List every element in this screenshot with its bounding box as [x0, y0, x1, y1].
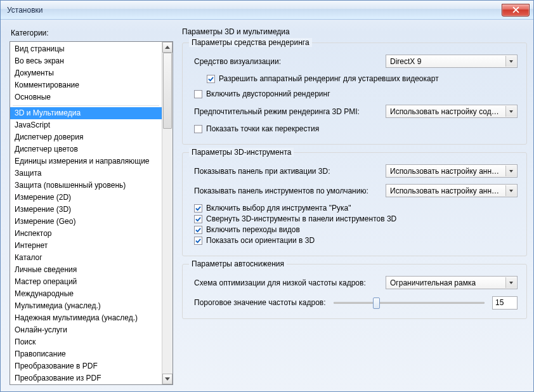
category-item[interactable]: 3D и Мультимедиа — [10, 107, 162, 119]
hand-select-checkbox-row[interactable]: Включить выбор для инструмента "Рука" — [194, 204, 518, 212]
two-sided-label: Включить двусторонний рендеринг — [206, 89, 330, 98]
category-item[interactable]: Преобразование из PDF — [10, 372, 162, 384]
category-item[interactable]: Интернет — [10, 240, 162, 252]
scheme-label: Схема оптимизации для низкой частоты кад… — [194, 278, 366, 287]
slider-thumb[interactable] — [373, 297, 380, 309]
category-item[interactable]: Инспектор — [10, 228, 162, 240]
axes-checkbox-row[interactable]: Показать оси ориентации в 3D — [194, 236, 518, 245]
two-sided-checkbox[interactable] — [194, 90, 202, 98]
category-item[interactable]: Каталог — [10, 252, 162, 264]
renderer-label: Средство визуализации: — [194, 57, 281, 66]
category-item[interactable]: Надежная мультимедиа (унаслед.) — [10, 312, 162, 324]
axes-label: Показать оси ориентации в 3D — [206, 236, 315, 245]
dropdown-button[interactable] — [505, 166, 516, 176]
legacy-hw-checkbox-row[interactable]: Разрешить аппаратный рендеринг для устар… — [194, 74, 518, 83]
chevron-down-icon — [509, 190, 513, 192]
group-rendering: Параметры средства рендеринга Средство в… — [182, 42, 527, 145]
category-item[interactable]: Онлайн-услуги — [10, 324, 162, 336]
close-icon — [512, 6, 519, 13]
dropdown-button[interactable] — [505, 106, 516, 117]
chevron-down-icon — [165, 377, 170, 381]
pmi-label: Предпочтительный режим рендеринга 3D PMI… — [194, 107, 360, 116]
group-rendering-title: Параметры средства рендеринга — [189, 38, 312, 47]
threshold-input[interactable]: 15 — [492, 296, 518, 310]
category-item[interactable]: Диспетчер доверия — [10, 131, 162, 143]
category-item[interactable]: Преобразование в PDF — [10, 360, 162, 372]
collapse-checkbox-row[interactable]: Свернуть 3D-инструменты в панели инструм… — [194, 214, 518, 223]
chevron-down-icon — [509, 110, 513, 113]
chevron-down-icon — [509, 60, 513, 63]
panel-on-activate-select[interactable]: Использовать настройку аннотаций — [386, 164, 518, 178]
transitions-checkbox-row[interactable]: Включить переходы видов — [194, 225, 518, 234]
categories-list: Вид страницыВо весь экранДокументыКоммен… — [10, 42, 162, 384]
category-item[interactable]: Измерение (Geo) — [10, 216, 162, 228]
category-item[interactable]: JavaScript — [10, 119, 162, 131]
chevron-down-icon — [509, 170, 513, 173]
crosshair-checkbox-row[interactable]: Показать точки как перекрестия — [194, 124, 518, 133]
group-degrade: Параметры автоснижения Схема оптимизации… — [182, 264, 527, 319]
chevron-down-icon — [509, 282, 513, 284]
window-title: Установки — [7, 6, 42, 15]
close-button[interactable] — [502, 4, 530, 16]
hand-select-checkbox[interactable] — [194, 204, 202, 212]
axes-checkbox[interactable] — [194, 237, 202, 245]
category-item[interactable]: Личные сведения — [10, 264, 162, 276]
group-3d-tool: Параметры 3D-инструмента Показывать пане… — [182, 152, 527, 256]
collapse-checkbox[interactable] — [194, 215, 202, 223]
group-3d-tool-title: Параметры 3D-инструмента — [189, 148, 294, 157]
category-item[interactable]: Защита (повышенный уровень) — [10, 180, 162, 192]
category-item[interactable]: Во весь экран — [10, 55, 162, 67]
group-degrade-title: Параметры автоснижения — [189, 259, 287, 268]
scheme-select[interactable]: Ограничительная рамка — [386, 276, 518, 289]
crosshair-label: Показать точки как перекрестия — [206, 124, 319, 133]
renderer-select[interactable]: DirectX 9 — [386, 55, 518, 68]
crosshair-checkbox[interactable] — [194, 125, 202, 133]
scroll-down-button[interactable] — [162, 374, 173, 384]
scroll-thumb[interactable] — [163, 53, 172, 129]
pmi-select[interactable]: Использовать настройку содержимого — [386, 105, 518, 118]
category-item[interactable]: Мультимедиа (унаслед.) — [10, 300, 162, 312]
legacy-hw-checkbox[interactable] — [207, 75, 215, 83]
category-item[interactable]: Документы — [10, 67, 162, 79]
threshold-slider[interactable] — [334, 296, 485, 310]
category-item[interactable]: Международные — [10, 288, 162, 300]
dropdown-button[interactable] — [505, 56, 516, 67]
dropdown-button[interactable] — [505, 277, 516, 288]
scroll-up-button[interactable] — [162, 42, 173, 53]
titlebar: Установки — [1, 1, 533, 20]
legacy-hw-label: Разрешить аппаратный рендеринг для устар… — [219, 74, 439, 83]
category-item[interactable]: Поиск — [10, 336, 162, 348]
category-item[interactable]: Вид страницы — [10, 43, 162, 55]
hand-select-label: Включить выбор для инструмента "Рука" — [206, 204, 351, 212]
panel-on-activate-label: Показывать панель при активации 3D: — [194, 167, 330, 176]
category-item[interactable]: Защита — [10, 167, 162, 180]
scrollbar[interactable] — [162, 42, 173, 384]
default-toolbar-select[interactable]: Использовать настройку аннотаций — [386, 184, 518, 197]
categories-listbox[interactable]: Вид страницыВо весь экранДокументыКоммен… — [10, 41, 173, 385]
categories-column: Категории: Вид страницыВо весь экранДоку… — [10, 26, 173, 385]
dropdown-button[interactable] — [505, 185, 516, 196]
list-separator — [13, 105, 159, 106]
transitions-label: Включить переходы видов — [206, 225, 300, 234]
category-item[interactable]: Измерение (2D) — [10, 192, 162, 204]
category-item[interactable]: Мастер операций — [10, 276, 162, 288]
preferences-window: Установки Категории: Вид страницыВо весь… — [0, 0, 534, 392]
settings-panel: Параметры 3D и мультимедиа Параметры сре… — [182, 26, 527, 385]
category-item[interactable]: Комментирование — [10, 79, 162, 91]
chevron-up-icon — [165, 46, 170, 49]
scroll-track[interactable] — [162, 53, 173, 374]
category-item[interactable]: Правописание — [10, 348, 162, 360]
transitions-checkbox[interactable] — [194, 226, 202, 234]
dialog-body: Категории: Вид страницыВо весь экранДоку… — [1, 20, 533, 391]
two-sided-checkbox-row[interactable]: Включить двусторонний рендеринг — [194, 89, 518, 98]
default-toolbar-label: Показывать панель инструментов по умолча… — [194, 186, 368, 195]
threshold-label: Пороговое значение частоты кадров: — [194, 298, 326, 307]
category-item[interactable]: Единицы измерения и направляющие — [10, 155, 162, 167]
category-item[interactable]: Измерение (3D) — [10, 204, 162, 216]
slider-track — [334, 302, 485, 304]
category-item[interactable]: Основные — [10, 91, 162, 103]
collapse-label: Свернуть 3D-инструменты в панели инструм… — [206, 214, 396, 223]
categories-label: Категории: — [10, 26, 173, 41]
category-item[interactable]: Диспетчер цветов — [10, 143, 162, 155]
